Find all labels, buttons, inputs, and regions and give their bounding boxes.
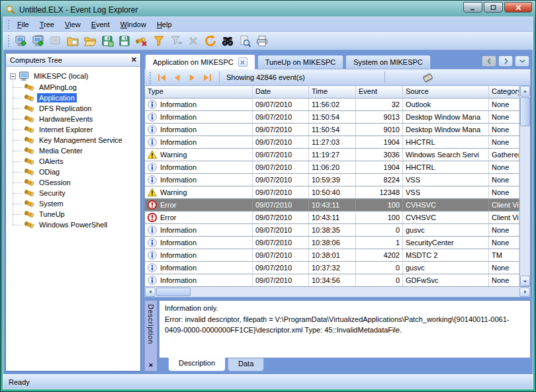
tab-close-icon[interactable]	[238, 58, 247, 67]
tree-item-label: TuneUp	[37, 210, 67, 219]
tab-list-button[interactable]	[515, 56, 529, 67]
event-source-cell: Windows Search Servi	[403, 149, 489, 161]
event-date-cell: 09/07/2010	[253, 262, 309, 274]
print-button[interactable]	[253, 33, 270, 49]
tree-item-tuneup[interactable]: TuneUp	[19, 209, 139, 219]
tree-item-label: HardwareEvents	[37, 114, 95, 124]
maximize-button[interactable]	[484, 2, 503, 13]
find-button[interactable]	[219, 33, 236, 49]
disconnect-computer-button[interactable]	[47, 33, 64, 49]
first-event-button[interactable]	[155, 71, 169, 84]
menu-file[interactable]: File	[12, 19, 34, 30]
description-tab-data[interactable]: Data	[228, 358, 264, 372]
horizontal-scrollbar[interactable]	[144, 287, 531, 297]
save-log-button[interactable]	[99, 33, 115, 49]
tree-item-ampinglog[interactable]: AMPingLog	[19, 82, 139, 93]
tab-tuneup-on-mikespc[interactable]: TuneUp on MIKESPC	[257, 55, 344, 69]
event-row[interactable]: Information09/07/201011:50:549010Desktop…	[145, 124, 519, 136]
tree-item-osession[interactable]: OSession	[19, 177, 139, 188]
column-header-event[interactable]: Event	[356, 86, 403, 98]
prev-event-button[interactable]	[170, 71, 184, 84]
event-type-label: Information	[160, 239, 197, 247]
event-row[interactable]: Information09/07/201011:06:201904HHCTRLN…	[145, 161, 519, 174]
cancel-button[interactable]	[185, 33, 201, 49]
event-row[interactable]: Information09/07/201010:38:061SecurityCe…	[145, 237, 519, 249]
scroll-up-button[interactable]	[520, 86, 530, 97]
minimize-button[interactable]	[463, 2, 482, 13]
connect-computer-button[interactable]	[30, 33, 46, 49]
menu-help[interactable]: Help	[152, 19, 177, 30]
scroll-right-button[interactable]	[519, 288, 530, 297]
tab-application-on-mikespc[interactable]: Application on MIKESPC	[145, 54, 255, 69]
event-row[interactable]: Information09/07/201011:27:031904HHCTRLN…	[145, 136, 519, 149]
event-category-cell: None	[489, 262, 519, 274]
save-workspace-button[interactable]	[116, 33, 132, 49]
column-header-type[interactable]: Type	[145, 86, 253, 98]
tab-system-on-mikespc[interactable]: System on MIKESPC	[345, 55, 431, 69]
add-computer-button[interactable]	[13, 33, 29, 49]
status-text: Ready	[9, 378, 30, 386]
open-folder-button[interactable]	[81, 33, 98, 49]
column-header-category[interactable]: Category	[489, 86, 519, 98]
event-time-cell: 10:38:06	[309, 237, 356, 249]
event-date-cell: 09/07/2010	[253, 136, 309, 148]
menu-event[interactable]: Event	[86, 19, 115, 30]
tree-item-hardwareevents[interactable]: HardwareEvents	[19, 114, 139, 124]
tree-item-dfs-replication[interactable]: DFS Replication	[19, 103, 139, 114]
tree-item-oalerts[interactable]: OAlerts	[19, 156, 139, 167]
tree-item-security[interactable]: Security	[19, 188, 139, 198]
event-row[interactable]: Information09/07/201010:38:350gusvcNone	[145, 224, 519, 237]
event-row[interactable]: Error09/07/201010:43:11100CVHSVCClient V…	[145, 212, 519, 224]
event-type-cell: Information	[145, 98, 253, 110]
clear-log-button[interactable]	[133, 33, 150, 49]
vertical-scrollbar[interactable]	[519, 86, 530, 286]
menu-view[interactable]: View	[60, 19, 86, 30]
column-header-time[interactable]: Time	[309, 86, 356, 98]
tab-scroll-left-button[interactable]	[482, 56, 496, 67]
event-row[interactable]: Warning09/07/201011:19:273036Windows Sea…	[145, 149, 519, 161]
event-type-cell: Information	[145, 161, 253, 173]
column-header-date[interactable]: Date	[253, 86, 309, 98]
event-row[interactable]: Information09/07/201011:50:549013Desktop…	[145, 111, 519, 124]
event-row[interactable]: Warning09/07/201010:50:4012348VSSNone	[145, 186, 519, 199]
open-log-file-button[interactable]	[64, 33, 81, 49]
title-bar[interactable]: Untitled.ELX - Event Log Explorer	[0, 0, 536, 17]
event-row[interactable]: Information09/07/201010:37:320gusvcNone	[145, 262, 519, 274]
event-type-label: Information	[160, 100, 197, 108]
tree-root-mikespc[interactable]: MIKESPC (local)	[9, 70, 139, 82]
event-category-cell: None	[489, 186, 519, 198]
tree-collapse-toggle[interactable]	[10, 73, 16, 79]
tree-item-application[interactable]: Application	[19, 93, 139, 103]
info-icon	[148, 125, 157, 134]
scroll-down-button[interactable]	[520, 276, 530, 286]
scroll-left-button[interactable]	[145, 288, 156, 297]
event-row[interactable]: Error09/07/201010:43:11100CVHSVCClient V…	[145, 199, 519, 212]
tree-item-internet-explorer[interactable]: Internet Explorer	[19, 124, 139, 135]
event-row[interactable]: Information09/07/201010:34:560GDFwSvcNon…	[145, 274, 519, 287]
column-header-source[interactable]: Source	[403, 86, 489, 98]
tab-scroll-right-button[interactable]	[498, 56, 513, 67]
next-event-icon	[187, 72, 198, 83]
event-row[interactable]: Information09/07/201010:38:014202MSDTC 2…	[145, 249, 519, 262]
horizontal-scrollbar-thumb[interactable]	[156, 288, 191, 296]
menu-tree[interactable]: Tree	[34, 19, 60, 30]
tree-item-odiag[interactable]: ODiag	[19, 167, 139, 177]
tree-item-windows-powershell[interactable]: Windows PowerShell	[19, 219, 139, 230]
next-event-button[interactable]	[185, 71, 199, 84]
last-event-button[interactable]	[201, 71, 214, 84]
vertical-scrollbar-thumb[interactable]	[520, 97, 530, 126]
event-row[interactable]: Information09/07/201011:56:0232OutlookNo…	[145, 98, 519, 111]
reset-filter-button[interactable]	[167, 33, 184, 49]
tree-panel-close-icon[interactable]: ✕	[131, 56, 137, 64]
description-tab-description[interactable]: Description	[168, 358, 226, 372]
description-close-icon[interactable]: ×	[149, 361, 153, 369]
tree-item-media-center[interactable]: Media Center	[19, 145, 139, 156]
close-button[interactable]	[504, 2, 532, 13]
refresh-button[interactable]	[202, 33, 218, 49]
view-details-button[interactable]	[236, 33, 253, 49]
tree-item-system[interactable]: System	[19, 198, 139, 209]
menu-window[interactable]: Window	[115, 19, 152, 30]
tree-item-key-management-service[interactable]: Key Management Service	[19, 135, 139, 145]
filter-button[interactable]	[150, 33, 167, 49]
event-row[interactable]: Information09/07/201010:59:398224VSSNone	[145, 174, 519, 186]
